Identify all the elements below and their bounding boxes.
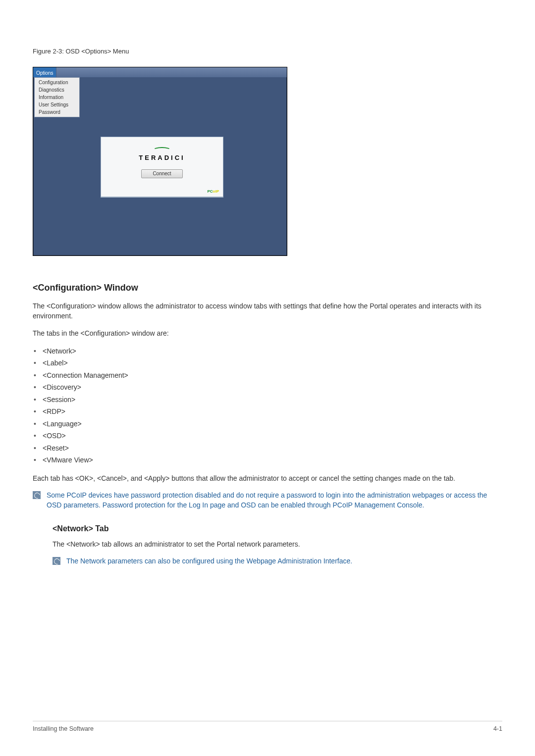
pcoip-badge-suffix: oIP: [213, 189, 219, 194]
tab-item-label: <Label>: [33, 357, 502, 369]
tab-item-language: <Language>: [33, 418, 502, 430]
pcoip-badge-prefix: PC: [207, 189, 213, 194]
tab-item-session: <Session>: [33, 394, 502, 406]
page-footer: Installing the Software 4-1: [33, 721, 502, 732]
note-icon: [33, 491, 41, 499]
tab-item-reset: <Reset>: [33, 442, 502, 454]
options-dropdown: Configuration Diagnostics Information Us…: [34, 77, 80, 117]
options-menu-button[interactable]: Options: [33, 67, 56, 77]
footer-left: Installing the Software: [33, 725, 94, 732]
note-text: Some PCoIP devices have password protect…: [47, 490, 502, 510]
note-text: The Network parameters can also be confi…: [66, 556, 352, 566]
note-network-params: The Network parameters can also be confi…: [53, 556, 502, 566]
pcoip-badge: PCoIP: [207, 189, 219, 194]
connect-button[interactable]: Connect: [141, 169, 183, 178]
teradici-arc-icon: [153, 147, 171, 153]
network-tab-para-1: The <Network> tab allows an administrato…: [53, 539, 502, 549]
note-icon: [53, 557, 60, 565]
tab-item-osd: <OSD>: [33, 430, 502, 442]
configuration-window-para-3: Each tab has <OK>, <Cancel>, and <Apply>…: [33, 473, 502, 483]
options-item-user-settings[interactable]: User Settings: [35, 101, 79, 108]
options-item-password[interactable]: Password: [35, 108, 79, 116]
options-item-diagnostics[interactable]: Diagnostics: [35, 86, 79, 94]
network-tab-heading: <Network> Tab: [53, 524, 502, 533]
configuration-window-para-1: The <Configuration> window allows the ad…: [33, 301, 502, 321]
tab-item-connection: <Connection Management>: [33, 369, 502, 382]
osd-menubar: Options: [33, 67, 287, 77]
figure-caption: Figure 2-3: OSD <Options> Menu: [33, 48, 502, 55]
options-item-configuration[interactable]: Configuration: [35, 79, 79, 86]
tab-item-network: <Network>: [33, 345, 502, 357]
teradici-wordmark: TERADICI: [101, 154, 223, 161]
connect-card: TERADICI Connect PCoIP: [101, 137, 223, 197]
note-password-protection: Some PCoIP devices have password protect…: [33, 490, 502, 510]
teradici-logo: TERADICI: [101, 147, 223, 161]
configuration-window-heading: <Configuration> Window: [33, 283, 502, 293]
tab-item-rdp: <RDP>: [33, 405, 502, 418]
tab-item-discovery: <Discovery>: [33, 381, 502, 394]
osd-screenshot: Options Configuration Diagnostics Inform…: [33, 67, 287, 256]
configuration-window-para-2: The tabs in the <Configuration> window a…: [33, 328, 502, 338]
configuration-tabs-list: <Network> <Label> <Connection Management…: [33, 345, 502, 466]
footer-right: 4-1: [493, 725, 502, 732]
options-item-information[interactable]: Information: [35, 94, 79, 101]
tab-item-vmware: <VMware View>: [33, 454, 502, 466]
